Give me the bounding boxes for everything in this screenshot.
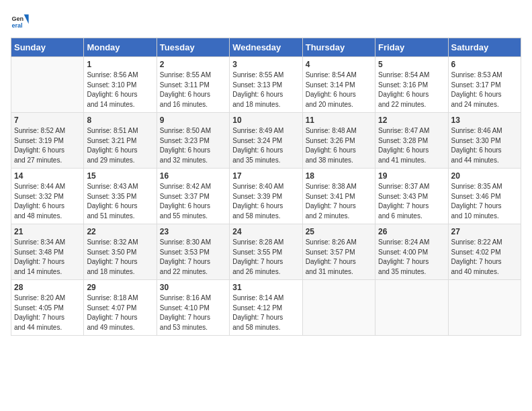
day-number: 10 <box>232 116 299 125</box>
svg-marker-2 <box>24 15 29 24</box>
day-info: Sunrise: 8:55 AM Sunset: 3:11 PM Dayligh… <box>160 71 226 109</box>
day-cell: 27Sunrise: 8:22 AM Sunset: 4:02 PM Dayli… <box>448 224 521 280</box>
day-info: Sunrise: 8:28 AM Sunset: 3:55 PM Dayligh… <box>232 238 299 277</box>
day-cell: 31Sunrise: 8:14 AM Sunset: 4:12 PM Dayli… <box>230 280 302 336</box>
day-number: 3 <box>232 60 299 69</box>
day-info: Sunrise: 8:22 AM Sunset: 4:02 PM Dayligh… <box>451 238 518 277</box>
week-row-4: 21Sunrise: 8:34 AM Sunset: 3:48 PM Dayli… <box>11 224 521 280</box>
day-cell: 11Sunrise: 8:48 AM Sunset: 3:26 PM Dayli… <box>302 113 375 169</box>
column-header-friday: Friday <box>375 38 448 57</box>
day-number: 1 <box>87 60 153 69</box>
day-cell: 2Sunrise: 8:55 AM Sunset: 3:11 PM Daylig… <box>157 57 229 113</box>
header-row: SundayMondayTuesdayWednesdayThursdayFrid… <box>11 38 521 57</box>
column-header-wednesday: Wednesday <box>230 38 302 57</box>
column-header-monday: Monday <box>84 38 157 57</box>
day-number: 31 <box>232 283 299 292</box>
day-info: Sunrise: 8:30 AM Sunset: 3:53 PM Dayligh… <box>160 238 226 277</box>
day-cell <box>302 280 375 336</box>
day-number: 23 <box>160 227 226 236</box>
day-info: Sunrise: 8:53 AM Sunset: 3:17 PM Dayligh… <box>451 71 518 109</box>
week-row-2: 7Sunrise: 8:52 AM Sunset: 3:19 PM Daylig… <box>11 113 521 169</box>
day-cell: 22Sunrise: 8:32 AM Sunset: 3:50 PM Dayli… <box>84 224 157 280</box>
week-row-3: 14Sunrise: 8:44 AM Sunset: 3:32 PM Dayli… <box>11 169 521 224</box>
day-cell: 4Sunrise: 8:54 AM Sunset: 3:14 PM Daylig… <box>302 57 375 113</box>
day-info: Sunrise: 8:54 AM Sunset: 3:14 PM Dayligh… <box>306 71 372 109</box>
day-cell: 10Sunrise: 8:49 AM Sunset: 3:24 PM Dayli… <box>230 113 302 169</box>
column-header-sunday: Sunday <box>11 38 84 57</box>
day-number: 15 <box>87 171 153 181</box>
day-number: 6 <box>451 60 518 69</box>
column-header-saturday: Saturday <box>448 38 521 57</box>
calendar-table: SundayMondayTuesdayWednesdayThursdayFrid… <box>11 38 521 336</box>
day-cell: 7Sunrise: 8:52 AM Sunset: 3:19 PM Daylig… <box>11 113 84 169</box>
day-number: 27 <box>451 227 518 236</box>
day-cell: 17Sunrise: 8:40 AM Sunset: 3:39 PM Dayli… <box>230 169 302 224</box>
day-cell: 13Sunrise: 8:46 AM Sunset: 3:30 PM Dayli… <box>448 113 521 169</box>
svg-text:eral: eral <box>11 22 22 29</box>
day-number: 24 <box>232 227 299 236</box>
day-number: 11 <box>306 116 372 125</box>
day-number: 19 <box>378 171 445 181</box>
column-header-thursday: Thursday <box>302 38 375 57</box>
day-number: 8 <box>87 116 153 125</box>
day-cell: 9Sunrise: 8:50 AM Sunset: 3:23 PM Daylig… <box>157 113 229 169</box>
day-cell <box>448 280 521 336</box>
day-info: Sunrise: 8:51 AM Sunset: 3:21 PM Dayligh… <box>87 126 153 165</box>
day-info: Sunrise: 8:20 AM Sunset: 4:05 PM Dayligh… <box>14 293 81 332</box>
logo: Gen eral <box>11 11 32 30</box>
day-cell: 5Sunrise: 8:54 AM Sunset: 3:16 PM Daylig… <box>375 57 448 113</box>
day-number: 13 <box>451 116 518 125</box>
day-number: 7 <box>14 116 81 125</box>
day-number: 2 <box>160 60 226 69</box>
day-cell: 23Sunrise: 8:30 AM Sunset: 3:53 PM Dayli… <box>157 224 229 280</box>
day-info: Sunrise: 8:38 AM Sunset: 3:41 PM Dayligh… <box>306 182 372 221</box>
day-info: Sunrise: 8:32 AM Sunset: 3:50 PM Dayligh… <box>87 238 153 277</box>
day-number: 20 <box>451 171 518 181</box>
day-number: 18 <box>306 171 372 181</box>
column-header-tuesday: Tuesday <box>157 38 229 57</box>
day-number: 5 <box>378 60 445 69</box>
day-info: Sunrise: 8:26 AM Sunset: 3:57 PM Dayligh… <box>306 238 372 277</box>
day-cell: 18Sunrise: 8:38 AM Sunset: 3:41 PM Dayli… <box>302 169 375 224</box>
day-info: Sunrise: 8:49 AM Sunset: 3:24 PM Dayligh… <box>232 126 299 165</box>
page-header: Gen eral <box>11 11 521 30</box>
day-info: Sunrise: 8:54 AM Sunset: 3:16 PM Dayligh… <box>378 71 445 109</box>
day-cell: 8Sunrise: 8:51 AM Sunset: 3:21 PM Daylig… <box>84 113 157 169</box>
day-info: Sunrise: 8:55 AM Sunset: 3:13 PM Dayligh… <box>232 71 299 109</box>
day-number: 12 <box>378 116 445 125</box>
day-cell: 29Sunrise: 8:18 AM Sunset: 4:07 PM Dayli… <box>84 280 157 336</box>
day-number: 9 <box>160 116 226 125</box>
day-number: 21 <box>14 227 81 236</box>
day-info: Sunrise: 8:14 AM Sunset: 4:12 PM Dayligh… <box>232 293 299 332</box>
logo-icon: Gen eral <box>11 11 30 30</box>
day-number: 29 <box>87 283 153 292</box>
day-info: Sunrise: 8:48 AM Sunset: 3:26 PM Dayligh… <box>306 126 372 165</box>
day-cell: 14Sunrise: 8:44 AM Sunset: 3:32 PM Dayli… <box>11 169 84 224</box>
day-number: 28 <box>14 283 81 292</box>
day-cell: 3Sunrise: 8:55 AM Sunset: 3:13 PM Daylig… <box>230 57 302 113</box>
day-cell: 26Sunrise: 8:24 AM Sunset: 4:00 PM Dayli… <box>375 224 448 280</box>
day-info: Sunrise: 8:56 AM Sunset: 3:10 PM Dayligh… <box>87 71 153 109</box>
day-info: Sunrise: 8:24 AM Sunset: 4:00 PM Dayligh… <box>378 238 445 277</box>
day-info: Sunrise: 8:37 AM Sunset: 3:43 PM Dayligh… <box>378 182 445 221</box>
day-info: Sunrise: 8:34 AM Sunset: 3:48 PM Dayligh… <box>14 238 81 277</box>
day-number: 4 <box>306 60 372 69</box>
day-cell: 21Sunrise: 8:34 AM Sunset: 3:48 PM Dayli… <box>11 224 84 280</box>
day-info: Sunrise: 8:52 AM Sunset: 3:19 PM Dayligh… <box>14 126 81 165</box>
day-info: Sunrise: 8:16 AM Sunset: 4:10 PM Dayligh… <box>160 293 226 332</box>
day-cell: 20Sunrise: 8:35 AM Sunset: 3:46 PM Dayli… <box>448 169 521 224</box>
day-cell: 1Sunrise: 8:56 AM Sunset: 3:10 PM Daylig… <box>84 57 157 113</box>
day-info: Sunrise: 8:46 AM Sunset: 3:30 PM Dayligh… <box>451 126 518 165</box>
day-cell: 25Sunrise: 8:26 AM Sunset: 3:57 PM Dayli… <box>302 224 375 280</box>
day-cell <box>375 280 448 336</box>
day-number: 16 <box>160 171 226 181</box>
day-info: Sunrise: 8:50 AM Sunset: 3:23 PM Dayligh… <box>160 126 226 165</box>
day-info: Sunrise: 8:47 AM Sunset: 3:28 PM Dayligh… <box>378 126 445 165</box>
day-info: Sunrise: 8:40 AM Sunset: 3:39 PM Dayligh… <box>232 182 299 221</box>
day-cell: 16Sunrise: 8:42 AM Sunset: 3:37 PM Dayli… <box>157 169 229 224</box>
day-info: Sunrise: 8:43 AM Sunset: 3:35 PM Dayligh… <box>87 182 153 221</box>
week-row-1: 1Sunrise: 8:56 AM Sunset: 3:10 PM Daylig… <box>11 57 521 113</box>
day-cell: 19Sunrise: 8:37 AM Sunset: 3:43 PM Dayli… <box>375 169 448 224</box>
day-number: 26 <box>378 227 445 236</box>
day-info: Sunrise: 8:35 AM Sunset: 3:46 PM Dayligh… <box>451 182 518 221</box>
